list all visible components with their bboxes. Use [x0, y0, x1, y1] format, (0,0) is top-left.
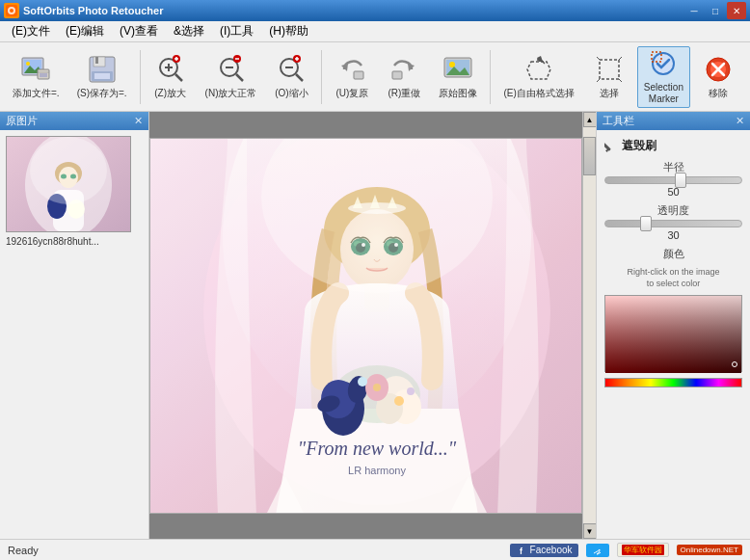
add-file-button[interactable]: 添加文件=.: [6, 46, 67, 108]
right-panel-header: 工具栏 ✕: [597, 112, 750, 130]
opacity-label: 透明度: [604, 203, 742, 218]
facebook-label: Facebook: [530, 545, 573, 555]
opacity-slider[interactable]: [604, 220, 742, 227]
zoom-normal-label: (N)放大正常: [205, 88, 257, 99]
right-panel-title: 工具栏: [603, 114, 634, 128]
thumbnail-image: [7, 137, 130, 231]
canvas-scrollbar: ▲ ▼: [582, 112, 596, 539]
save-as-button[interactable]: (S)保存为=.: [70, 46, 134, 108]
scroll-down-button[interactable]: ▼: [583, 523, 597, 539]
menu-select[interactable]: &选择: [166, 21, 212, 41]
save-as-label: (S)保存为=.: [77, 88, 127, 99]
svg-rect-96: [605, 296, 741, 373]
svg-rect-9: [40, 73, 47, 77]
anime-scene: "From new world..." LR harmony: [149, 138, 582, 514]
minimize-button[interactable]: ─: [684, 2, 704, 19]
svg-point-39: [449, 62, 455, 67]
menu-file[interactable]: (E)文件: [4, 21, 58, 41]
selection-marker-button[interactable]: SelectionMarker: [637, 46, 690, 108]
status-text: Ready: [8, 545, 39, 556]
toolbar-divider-3: [490, 50, 491, 104]
zoom-out-button[interactable]: (O)缩小: [267, 46, 315, 108]
right-panel-content: 遮毁刷 半径 50 透明度 30 颜色 Right-click on the: [597, 130, 750, 539]
thumbnail-area: 192616ycn88r8huht...: [0, 130, 148, 539]
svg-line-45: [597, 79, 600, 82]
original-button[interactable]: 原始图像: [432, 46, 484, 108]
maximize-button[interactable]: □: [706, 2, 725, 19]
svg-rect-34: [354, 71, 363, 79]
app-title: SoftOrbits Photo Retoucher: [23, 5, 163, 16]
svg-rect-92: [150, 139, 582, 514]
twitter-badge[interactable]: [586, 544, 609, 557]
svg-rect-42: [600, 60, 619, 79]
radius-thumb[interactable]: [675, 173, 686, 188]
image-canvas: "From new world..." LR harmony: [149, 112, 582, 539]
canvas-area[interactable]: "From new world..." LR harmony: [149, 112, 582, 539]
svg-point-60: [30, 137, 107, 204]
opacity-value: 30: [604, 229, 742, 241]
pencil-tool-icon: [604, 140, 618, 153]
left-panel: 原图片 ✕: [0, 112, 149, 539]
menu-help[interactable]: (H)帮助: [261, 21, 316, 41]
opacity-thumb[interactable]: [640, 216, 652, 231]
right-panel: 工具栏 ✕ 遮毁刷 半径 50 透明度: [596, 112, 750, 539]
svg-rect-11: [94, 57, 105, 67]
undo-button[interactable]: (U)复原: [328, 46, 376, 108]
menu-bar: (E)文件 (E)编辑 (V)查看 &选择 (I)工具 (H)帮助: [0, 21, 750, 42]
toolbar-divider-2: [321, 50, 322, 104]
original-label: 原始图像: [439, 88, 477, 99]
remove-button[interactable]: 移除: [694, 46, 742, 108]
tool-section-title: 遮毁刷: [604, 138, 742, 154]
scroll-up-button[interactable]: ▲: [583, 112, 597, 127]
left-panel-header: 原图片 ✕: [0, 112, 148, 130]
menu-edit[interactable]: (E)编辑: [58, 21, 112, 41]
app-icon: [4, 3, 19, 18]
free-select-button[interactable]: (E)自由格式选择: [496, 46, 580, 108]
opacity-section: 透明度 30: [604, 203, 742, 241]
zoom-normal-icon: [216, 54, 247, 85]
redo-label: (R)重做: [388, 88, 421, 99]
svg-line-46: [619, 79, 622, 82]
zoom-in-label: (Z)放大: [154, 88, 186, 99]
right-panel-close-button[interactable]: ✕: [736, 115, 744, 127]
radius-value: 50: [604, 186, 742, 198]
thumbnail-item[interactable]: [6, 136, 131, 232]
svg-line-24: [236, 74, 243, 81]
redo-button[interactable]: (R)重做: [380, 46, 428, 108]
color-picker[interactable]: [604, 295, 742, 372]
svg-rect-36: [392, 71, 402, 79]
title-bar-left: SoftOrbits Photo Retoucher: [4, 3, 163, 18]
undo-label: (U)复原: [336, 88, 369, 99]
menu-view[interactable]: (V)查看: [112, 21, 166, 41]
selection-marker-label: SelectionMarker: [644, 82, 683, 105]
status-bar: Ready f Facebook 华军软件园 Onlinedown.NET: [0, 539, 750, 560]
svg-rect-12: [95, 57, 98, 64]
svg-marker-35: [408, 64, 415, 71]
scroll-thumb[interactable]: [583, 137, 596, 175]
select-button[interactable]: 选择: [585, 46, 633, 108]
svg-line-18: [175, 74, 182, 81]
hue-strip[interactable]: [604, 378, 742, 387]
status-right: f Facebook 华军软件园 Onlinedown.NET: [510, 543, 742, 557]
main-layout: 原图片 ✕: [0, 112, 750, 539]
tool-name-label: 遮毁刷: [622, 138, 656, 154]
close-button[interactable]: ✕: [727, 2, 746, 19]
radius-slider[interactable]: [604, 176, 742, 184]
zoom-normal-button[interactable]: (N)放大正常: [199, 46, 264, 108]
svg-line-43: [597, 57, 600, 60]
image-icon: [20, 54, 51, 85]
remove-label: 移除: [709, 88, 728, 99]
zoom-in-button[interactable]: (Z)放大: [147, 46, 195, 108]
marker-icon: [648, 48, 679, 79]
svg-marker-94: [605, 149, 608, 152]
facebook-badge[interactable]: f Facebook: [510, 544, 578, 557]
menu-tools[interactable]: (I)工具: [212, 21, 261, 41]
zoom-out-label: (O)缩小: [275, 88, 308, 99]
title-bar: SoftOrbits Photo Retoucher ─ □ ✕: [0, 0, 750, 21]
radius-label: 半径: [604, 160, 742, 174]
left-panel-close-button[interactable]: ✕: [134, 115, 143, 127]
scroll-track[interactable]: [583, 127, 596, 523]
svg-marker-41: [537, 56, 543, 62]
svg-point-2: [10, 9, 13, 13]
watermark-online-label: Onlinedown.NET: [681, 546, 738, 554]
